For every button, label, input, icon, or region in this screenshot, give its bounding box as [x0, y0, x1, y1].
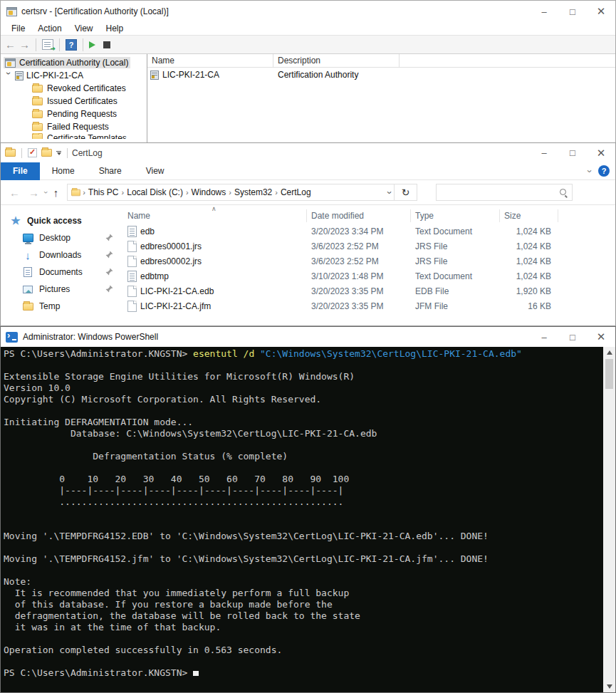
- sidebar-item-label: Pictures: [39, 284, 70, 294]
- address-dropdown-icon[interactable]: ›: [385, 191, 395, 194]
- tree-item-revoked-certificates[interactable]: Revoked Certificates: [1, 82, 147, 95]
- column-header-name[interactable]: Name: [147, 54, 273, 67]
- search-icon[interactable]: [559, 188, 568, 197]
- tree-item-pending-requests[interactable]: Pending Requests: [1, 108, 147, 120]
- table-row[interactable]: edbres00001.jrs3/6/2023 2:52 PMJRS File1…: [123, 239, 615, 254]
- tree-item-issued-certificates[interactable]: Issued Certificates: [1, 95, 147, 108]
- tree-item-partial[interactable]: Certificate Templates: [1, 133, 147, 139]
- explorer-sidebar: ★Quick accessDesktop↓DownloadsDocumentsP…: [1, 205, 123, 325]
- export-list-icon[interactable]: [42, 39, 53, 50]
- file-type: Text Document: [411, 271, 500, 281]
- scroll-up-icon[interactable]: [607, 350, 612, 355]
- file-icon: [127, 301, 137, 312]
- breadcrumb-item-windows[interactable]: Windows: [189, 187, 229, 197]
- sidebar-item-downloads[interactable]: ↓Downloads: [1, 246, 123, 264]
- stop-service-icon[interactable]: [103, 41, 110, 48]
- menu-help[interactable]: Help: [100, 24, 130, 33]
- explorer-help-icon[interactable]: ?: [598, 165, 610, 177]
- sidebar-item-desktop[interactable]: Desktop: [1, 229, 123, 246]
- nav-forward-icon[interactable]: →: [26, 187, 42, 199]
- file-icon: [127, 241, 137, 252]
- tab-share[interactable]: Share: [87, 162, 134, 180]
- powershell-titlebar: Administrator: Windows PowerShell – □ ✕: [1, 327, 615, 347]
- tree-item-ca[interactable]: › LIC-PKI-21-CA: [1, 69, 147, 82]
- console-line: [4, 462, 603, 474]
- table-row[interactable]: edb3/20/2023 3:34 PMText Document1,024 K…: [123, 224, 615, 239]
- breadcrumb-item-this-pc[interactable]: This PC: [85, 187, 122, 197]
- tree-item-certification-authority[interactable]: Certification Authority (Local): [1, 56, 147, 69]
- scroll-down-icon[interactable]: [607, 684, 612, 689]
- breadcrumb: ›This PC›Local Disk (C:)›Windows›System3…: [83, 187, 313, 197]
- console-line: 0 10 20 30 40 50 60 70 80 90 100: [4, 474, 603, 485]
- nav-back-icon[interactable]: ←: [6, 187, 23, 199]
- table-row[interactable]: LIC-PKI-21-CA.jfm3/20/2023 3:35 PMJFM Fi…: [123, 298, 615, 313]
- table-row[interactable]: LIC-PKI-21-CA.edb3/20/2023 3:35 PMEDB Fi…: [123, 283, 615, 298]
- pin-icon: [105, 285, 113, 295]
- sort-ascending-icon[interactable]: ∧: [212, 205, 216, 212]
- file-name: edb: [140, 226, 307, 236]
- file-type: JRS File: [411, 241, 500, 251]
- table-row[interactable]: edbres00002.jrs3/6/2023 2:52 PMJRS File1…: [123, 254, 615, 269]
- sidebar-item-documents[interactable]: Documents: [1, 264, 123, 281]
- menu-view[interactable]: View: [68, 24, 100, 33]
- text-document-icon: [127, 226, 137, 237]
- certsrv-tree-pane: Certification Authority (Local) › LIC-PK…: [1, 54, 147, 142]
- menu-file[interactable]: File: [5, 24, 31, 33]
- sidebar-item-temp[interactable]: Temp: [1, 298, 123, 315]
- tree-item-failed-requests[interactable]: Failed Requests: [1, 120, 147, 133]
- certsrv-titlebar: certsrv - [Certification Authority (Loca…: [1, 1, 615, 22]
- address-bar[interactable]: ›This PC›Local Disk (C:)›Windows›System3…: [67, 184, 395, 201]
- customize-quick-access-icon[interactable]: [56, 151, 61, 155]
- expand-ribbon-icon[interactable]: ›: [584, 170, 595, 172]
- column-header-type[interactable]: Type: [411, 209, 500, 222]
- back-icon[interactable]: ←: [5, 39, 16, 50]
- chevron-expanded-icon[interactable]: ›: [4, 72, 14, 79]
- properties-icon[interactable]: [28, 148, 37, 157]
- menu-action[interactable]: Action: [31, 24, 68, 33]
- explorer-close-button[interactable]: ✕: [587, 143, 615, 163]
- certsrv-maximize-button[interactable]: □: [558, 1, 587, 21]
- help-icon[interactable]: ?: [66, 39, 77, 51]
- column-header-size[interactable]: Size: [500, 209, 558, 222]
- scrollbar-thumb[interactable]: [605, 359, 613, 389]
- column-header-date-modified[interactable]: Date modified: [307, 209, 411, 222]
- powershell-maximize-button[interactable]: □: [558, 327, 587, 347]
- column-header-description[interactable]: Description: [273, 54, 400, 67]
- tab-home[interactable]: Home: [40, 162, 87, 180]
- breadcrumb-item-system32[interactable]: System32: [231, 187, 275, 197]
- separator: [21, 148, 22, 158]
- console-scrollbar[interactable]: [603, 347, 615, 692]
- table-row[interactable]: edbtmp3/10/2023 1:48 PMText Document1,02…: [123, 269, 615, 283]
- tree-item-label: Pending Requests: [47, 109, 117, 119]
- new-folder-icon[interactable]: [41, 149, 52, 157]
- breadcrumb-item-certlog[interactable]: CertLog: [278, 187, 314, 197]
- console-text-segment: PS C:\Users\Administrator.KNGSTN>: [4, 667, 193, 678]
- address-folder-icon: [71, 189, 80, 195]
- tab-view[interactable]: View: [134, 162, 177, 180]
- nav-up-icon[interactable]: ↑: [51, 187, 62, 199]
- powershell-minimize-button[interactable]: –: [530, 327, 558, 347]
- file-type: Text Document: [411, 226, 500, 236]
- breadcrumb-item-local-disk-c-[interactable]: Local Disk (C:): [124, 187, 186, 197]
- file-type: JFM File: [411, 301, 500, 311]
- recent-locations-icon[interactable]: ›: [42, 191, 51, 194]
- table-row[interactable]: LIC-PKI-21-CACertification Authority: [147, 68, 615, 82]
- search-input[interactable]: [441, 187, 559, 197]
- forward-icon[interactable]: →: [19, 39, 30, 50]
- powershell-window-title: Administrator: Windows PowerShell: [23, 332, 158, 342]
- explorer-minimize-button[interactable]: –: [530, 143, 558, 163]
- certsrv-window: certsrv - [Certification Authority (Loca…: [0, 0, 616, 143]
- refresh-icon[interactable]: ↻: [395, 184, 417, 201]
- sidebar-item-pictures[interactable]: Pictures: [1, 281, 123, 298]
- console-output[interactable]: PS C:\Users\Administrator.KNGSTN> esentu…: [1, 347, 603, 692]
- search-box[interactable]: [436, 184, 573, 201]
- powershell-close-button[interactable]: ✕: [587, 327, 615, 347]
- certsrv-minimize-button[interactable]: –: [530, 1, 558, 21]
- sidebar-item-quick-access[interactable]: ★Quick access: [1, 212, 123, 229]
- tab-file[interactable]: File: [1, 162, 40, 180]
- explorer-maximize-button[interactable]: □: [558, 143, 587, 163]
- tree-ca-label: LIC-PKI-21-CA: [26, 71, 83, 80]
- console-line: [4, 360, 603, 371]
- start-service-icon[interactable]: [89, 41, 95, 48]
- certsrv-close-button[interactable]: ✕: [587, 1, 615, 21]
